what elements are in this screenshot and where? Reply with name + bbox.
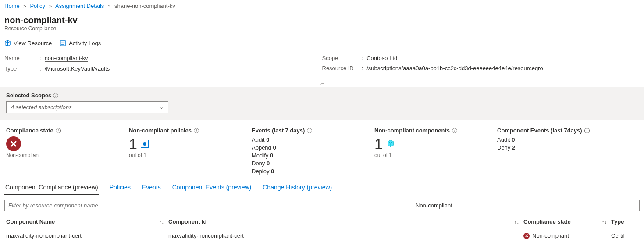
- sort-icon: ↑↓: [602, 219, 607, 225]
- log-icon: [60, 40, 66, 46]
- prop-name-label: Name: [4, 55, 39, 62]
- info-icon[interactable]: i: [56, 128, 61, 133]
- sort-icon: ↑↓: [514, 219, 519, 225]
- compliance-state-block: Compliance state i Non-compliant: [6, 127, 125, 176]
- cube-icon: [386, 139, 395, 149]
- comp-event-audit-label: Audit: [497, 136, 510, 143]
- comp-events-title: Component Events (last 7days): [497, 127, 582, 134]
- col-header-state[interactable]: Compliance state ↑↓: [523, 218, 611, 225]
- compliance-state-label: Non-compliant: [6, 152, 125, 158]
- nc-policies-sub: out of 1: [129, 152, 247, 158]
- table-row[interactable]: maxvalidity-noncompliant-cert maxvalidit…: [0, 228, 644, 239]
- info-icon[interactable]: i: [307, 128, 312, 133]
- filter-row: [0, 195, 644, 216]
- scopes-dropdown-value: 4 selected subscriptions: [11, 104, 72, 111]
- non-compliant-components-block: Non-compliant components i 1 out of 1: [374, 127, 493, 176]
- prop-scope-label: Scope: [322, 55, 362, 61]
- event-modify-label: Modify: [252, 152, 268, 159]
- tab-policies[interactable]: Policies: [109, 180, 132, 195]
- event-deploy-label: Deploy: [252, 168, 269, 175]
- nc-comp-num: 1: [374, 136, 383, 151]
- activity-logs-button[interactable]: Activity Logs: [60, 40, 101, 46]
- activity-logs-label: Activity Logs: [69, 40, 101, 46]
- event-audit-value: 0: [266, 136, 269, 143]
- properties: Name : non-compliant-kv Type : /Microsof…: [0, 50, 644, 78]
- event-deny-label: Deny: [252, 160, 265, 167]
- event-append-label: Append: [252, 144, 271, 151]
- event-modify-value: 0: [270, 152, 273, 159]
- non-compliant-icon: [6, 136, 21, 151]
- cell-name: maxvalidity-noncompliant-cert: [6, 232, 168, 239]
- chevron-right-icon: >: [49, 4, 52, 9]
- event-append-value: 0: [273, 144, 276, 151]
- comp-event-audit-value: 0: [512, 136, 515, 143]
- page-title: non-compliant-kv: [4, 15, 640, 25]
- chevron-down-icon: ⌄: [160, 104, 164, 110]
- selected-scopes-title: Selected Scopes: [6, 92, 51, 99]
- tab-component-events[interactable]: Component Events (preview): [171, 180, 253, 195]
- sort-icon: ↑↓: [159, 219, 164, 225]
- info-icon[interactable]: i: [584, 128, 590, 133]
- cell-state: Non-compliant: [523, 232, 611, 239]
- info-icon[interactable]: i: [452, 128, 457, 133]
- compliance-state-filter[interactable]: [412, 200, 640, 211]
- event-deny-value: 0: [267, 160, 270, 167]
- page-subtitle: Resource Compliance: [4, 25, 640, 32]
- events-title: Events (last 7 days): [252, 127, 305, 134]
- table-header: Component Name ↑↓ Component Id ↑↓ Compli…: [0, 216, 644, 228]
- breadcrumb-current: shane-non-compliant-kv: [114, 3, 175, 9]
- nc-comp-sub: out of 1: [374, 152, 493, 158]
- nc-comp-title: Non-compliant components: [374, 127, 450, 134]
- breadcrumb-assignment[interactable]: Assignment Details: [55, 3, 104, 9]
- tab-component-compliance[interactable]: Component Compliance (preview): [4, 180, 99, 195]
- selected-scopes-panel: Selected Scopes i 4 selected subscriptio…: [0, 87, 644, 120]
- filter-input[interactable]: [4, 200, 407, 211]
- breadcrumb-policy[interactable]: Policy: [30, 3, 45, 9]
- prop-type-value: /Microsoft.KeyVault/vaults: [45, 65, 110, 72]
- non-compliant-policies-block: Non-compliant policies i 1 out of 1: [129, 127, 247, 176]
- event-deploy-value: 0: [271, 168, 274, 175]
- cell-type: Certif: [611, 232, 638, 239]
- tabs: Component Compliance (preview) Policies …: [0, 180, 644, 195]
- chevron-right-icon: >: [108, 4, 110, 9]
- prop-resid-label: Resource ID: [322, 65, 362, 71]
- comp-event-deny-label: Deny: [497, 144, 510, 151]
- col-header-id[interactable]: Component Id ↑↓: [168, 218, 523, 225]
- stats-row: Compliance state i Non-compliant Non-com…: [0, 120, 644, 180]
- comp-event-deny-value: 2: [512, 144, 515, 151]
- view-resource-button[interactable]: View Resource: [4, 40, 52, 46]
- events-block: Events (last 7 days) i Audit 0 Append 0 …: [252, 127, 370, 176]
- view-resource-label: View Resource: [14, 40, 52, 46]
- prop-resid-value: /subscriptions/aaaa0a0a-bb1b-cc2c-dd3d-e…: [366, 65, 543, 71]
- component-events-block: Component Events (last 7days) i Audit 0 …: [497, 127, 638, 176]
- cube-icon: [4, 40, 11, 46]
- collapse-chevron-icon[interactable]: ︽: [320, 80, 324, 85]
- prop-scope-value: Contoso Ltd.: [366, 55, 399, 61]
- chevron-right-icon: >: [23, 4, 26, 9]
- page-header: non-compliant-kv Resource Compliance: [0, 12, 644, 33]
- tab-change-history[interactable]: Change History (preview): [262, 180, 333, 195]
- info-icon[interactable]: i: [194, 128, 199, 133]
- toolbar: View Resource Activity Logs: [0, 36, 644, 50]
- nc-policies-num: 1: [129, 136, 137, 151]
- breadcrumb-home[interactable]: Home: [4, 3, 20, 9]
- non-compliant-icon: [523, 233, 530, 239]
- event-audit-label: Audit: [252, 136, 265, 143]
- breadcrumb: Home > Policy > Assignment Details > sha…: [0, 0, 644, 12]
- col-header-name[interactable]: Component Name ↑↓: [6, 218, 168, 225]
- prop-type-label: Type: [4, 65, 39, 72]
- scopes-dropdown[interactable]: 4 selected subscriptions ⌄: [6, 101, 168, 113]
- info-icon[interactable]: i: [53, 93, 58, 98]
- policy-icon: [141, 140, 149, 148]
- cell-id: maxvalidity-noncompliant-cert: [168, 232, 523, 239]
- components-table: Component Name ↑↓ Component Id ↑↓ Compli…: [0, 216, 644, 239]
- prop-name-value[interactable]: non-compliant-kv: [45, 55, 88, 62]
- nc-policies-title: Non-compliant policies: [129, 127, 192, 134]
- col-header-type[interactable]: Type: [611, 218, 638, 225]
- tab-events[interactable]: Events: [141, 180, 162, 195]
- compliance-state-title: Compliance state: [6, 127, 53, 134]
